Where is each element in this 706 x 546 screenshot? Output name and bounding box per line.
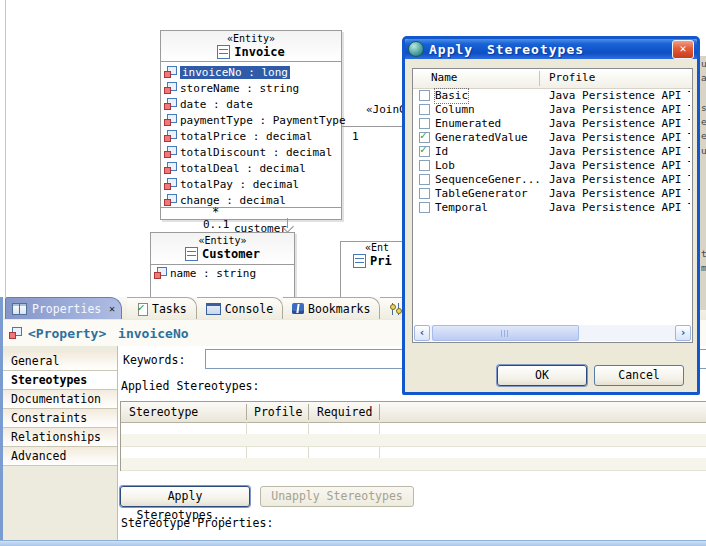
- tab-label: Properties: [32, 302, 101, 316]
- checkbox[interactable]: [419, 104, 430, 115]
- checkbox[interactable]: [419, 90, 430, 101]
- checkbox[interactable]: [419, 118, 430, 129]
- nav-stereotypes[interactable]: Stereotypes: [3, 371, 117, 390]
- attribute-text: storeName : string: [180, 82, 299, 95]
- class-icon: [353, 254, 366, 268]
- stereotype-row-sequencegenerator[interactable]: SequenceGener... Java Persistence API Tr: [413, 173, 692, 187]
- horizontal-scrollbar[interactable]: ‹ ›: [414, 325, 691, 341]
- stereotype-list[interactable]: Name Profile Basic Java Persistence API …: [412, 68, 693, 343]
- attribute-row[interactable]: name : string: [151, 265, 294, 281]
- col-profile[interactable]: Profile: [254, 405, 302, 419]
- column-divider: [539, 71, 540, 86]
- property-icon: [164, 66, 177, 78]
- checkbox[interactable]: [419, 188, 430, 199]
- row-label: Lob: [435, 159, 455, 173]
- property-title: <Property> invoiceNo: [28, 326, 189, 341]
- attribute-row[interactable]: change : decimal: [161, 192, 341, 208]
- attribute-row[interactable]: invoiceNo : long: [161, 64, 341, 80]
- bookmarks-icon: [292, 303, 304, 314]
- property-icon: [164, 162, 177, 174]
- keywords-label: Keywords:: [123, 353, 185, 367]
- row-profile: Java Persistence API Tr: [549, 159, 690, 173]
- stereotype-properties-label: Stereotype Properties:: [121, 516, 273, 530]
- apply-stereotypes-dialog: Apply Stereotypes ✕ Name Profile Basic J…: [402, 36, 700, 395]
- stereotype-row-column[interactable]: Column Java Persistence API Tr: [413, 103, 692, 117]
- text-fragment: e: [701, 116, 706, 127]
- checkbox[interactable]: [419, 202, 430, 213]
- attribute-row[interactable]: storeName : string: [161, 80, 341, 96]
- stereotype-row-temporal[interactable]: Temporal Java Persistence API Tr: [413, 201, 692, 215]
- tab-tasks[interactable]: ✓ Tasks: [127, 297, 197, 319]
- stereotype-row-basic[interactable]: Basic Java Persistence API Tr: [413, 89, 692, 103]
- apply-stereotypes-button[interactable]: Apply Stereotypes...: [120, 486, 250, 507]
- scrollbar-track[interactable]: [430, 325, 675, 341]
- nav-documentation[interactable]: Documentation: [3, 390, 117, 409]
- stereotype-row-id[interactable]: ✓ Id Java Persistence API Tr: [413, 145, 692, 159]
- close-tab-icon[interactable]: ✕: [109, 304, 115, 314]
- row-label: Temporal: [435, 201, 488, 215]
- tab-console[interactable]: Console: [197, 297, 283, 319]
- tab-bookmarks[interactable]: Bookmarks: [283, 297, 380, 319]
- table-row[interactable]: [121, 458, 706, 471]
- tab-label: Console: [225, 302, 273, 316]
- text-fragment: t: [701, 248, 706, 259]
- text-fragment: s: [701, 102, 706, 113]
- attribute-text: totalPay : decimal: [180, 178, 299, 191]
- list-header: Name Profile: [413, 69, 692, 89]
- nav-advanced[interactable]: Advanced: [3, 447, 117, 466]
- col-stereotype[interactable]: Stereotype: [129, 405, 198, 419]
- entity-price-partial[interactable]: «Ent Pri: [340, 241, 404, 297]
- property-icon: [164, 82, 177, 94]
- property-icon: [164, 130, 177, 142]
- text-fragment: m: [701, 262, 706, 273]
- attribute-text: totalDeal : decimal: [180, 162, 306, 175]
- row-profile: Java Persistence API Tr: [549, 145, 690, 159]
- attribute-text: date : date: [180, 98, 253, 111]
- nav-relationships[interactable]: Relationships: [3, 428, 117, 447]
- attribute-row[interactable]: date : date: [161, 96, 341, 112]
- attribute-row[interactable]: totalPay : decimal: [161, 176, 341, 192]
- stereotype-row-tablegenerator[interactable]: TableGenerator Java Persistence API Tr: [413, 187, 692, 201]
- attribute-row[interactable]: totalDeal : decimal: [161, 160, 341, 176]
- window-bottom-edge: [0, 540, 706, 546]
- tab-properties[interactable]: Properties ✕: [5, 297, 122, 319]
- stereotype-label: «Entity»: [161, 33, 341, 45]
- property-icon: [164, 114, 177, 126]
- entity-name: Invoice: [234, 45, 285, 59]
- attribute-text-selected: invoiceNo : long: [180, 66, 290, 79]
- column-divider: [246, 404, 247, 420]
- checkbox-checked[interactable]: ✓: [419, 146, 430, 157]
- applied-stereotypes-table[interactable]: Stereotype Profile Required: [120, 401, 706, 471]
- attribute-row[interactable]: paymentType : PaymentType: [161, 112, 341, 128]
- entity-customer[interactable]: «Entity» Customer name : string: [150, 232, 295, 297]
- checkbox[interactable]: [419, 174, 430, 185]
- entity-invoice-header[interactable]: «Entity» Invoice: [161, 31, 341, 62]
- unapply-stereotypes-button: Unapply Stereotypes: [260, 486, 414, 507]
- multiplicity-label: 0..1: [203, 218, 230, 231]
- scrollbar-thumb[interactable]: [432, 325, 579, 341]
- column-divider: [379, 404, 380, 420]
- workbench: «Entity» Invoice invoiceNo : long storeN…: [0, 0, 706, 546]
- attribute-row[interactable]: totalDiscount : decimal: [161, 144, 341, 160]
- stereotype-row-generatedvalue[interactable]: ✓ GeneratedValue Java Persistence API Tr: [413, 131, 692, 145]
- attribute-row[interactable]: totalPrice : decimal: [161, 128, 341, 144]
- nav-constraints[interactable]: Constraints: [3, 409, 117, 428]
- text-fragment: u: [701, 58, 706, 69]
- stereotype-row-lob[interactable]: Lob Java Persistence API Tr: [413, 159, 692, 173]
- scroll-left-icon[interactable]: ‹: [414, 325, 430, 341]
- ok-button[interactable]: OK: [497, 365, 587, 386]
- stereotype-row-enumerated[interactable]: Enumerated Java Persistence API Tr: [413, 117, 692, 131]
- close-icon[interactable]: ✕: [672, 40, 694, 59]
- col-required[interactable]: Required: [317, 405, 372, 419]
- entity-name: Customer: [202, 247, 260, 261]
- checkbox-checked[interactable]: ✓: [419, 132, 430, 143]
- col-profile[interactable]: Profile: [549, 71, 595, 84]
- cancel-button[interactable]: Cancel: [594, 365, 684, 386]
- nav-general[interactable]: General: [3, 352, 117, 371]
- properties-nav: General Stereotypes Documentation Constr…: [3, 346, 118, 540]
- col-name[interactable]: Name: [431, 71, 458, 84]
- dialog-title-bar[interactable]: Apply Stereotypes ✕: [405, 39, 697, 59]
- entity-invoice[interactable]: «Entity» Invoice invoiceNo : long storeN…: [160, 30, 342, 220]
- scroll-right-icon[interactable]: ›: [675, 325, 691, 341]
- checkbox[interactable]: [419, 160, 430, 171]
